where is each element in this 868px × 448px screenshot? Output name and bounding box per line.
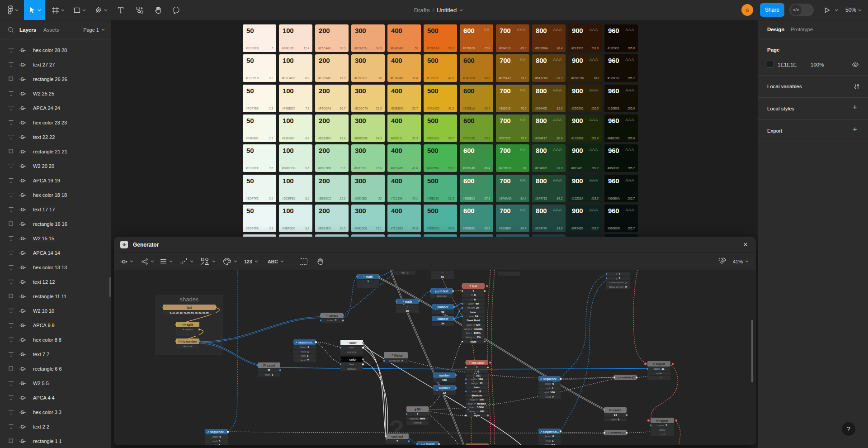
node-port[interactable] [362,347,364,349]
generator-header[interactable]: ◦G• Generator ✕ [114,237,756,253]
graph-node-sequence-bl[interactable]: ↗sequence...[start0mult1add1 [205,429,228,445]
node-header[interactable]: ↗sequence... [293,339,316,345]
node-port[interactable] [408,441,410,443]
node-header[interactable]: (x)to number [176,338,199,344]
node-port[interactable] [465,362,467,363]
node-port[interactable] [462,285,463,287]
shape-tool-button[interactable] [71,0,89,20]
share-button[interactable]: Share [760,3,784,17]
palette-swatch[interactable]: 400#6EC47B41.6 [387,144,421,172]
palette-swatch[interactable]: 300#BBDD8824.3 [351,114,385,142]
layer-row[interactable]: ◦G•text 27 27 [0,57,111,72]
palette-swatch[interactable]: 100#DBF0DD9.6 [279,144,312,172]
node-port[interactable] [340,347,342,349]
node-row[interactable]: 000000 [340,367,363,371]
node-port[interactable] [462,341,463,343]
layer-row[interactable]: ◦G•hex color 28 28 [0,43,111,57]
zoom-menu[interactable]: 50% [842,0,865,20]
node-row[interactable]: FFFFFF [340,350,363,355]
palette-swatch[interactable]: 800AAA#1F474093.8 [532,205,566,232]
generator-shapes-menu[interactable] [201,253,216,270]
generator-sequence-menu[interactable] [180,253,193,270]
palette-swatch[interactable]: 300#92D39931.6 [351,144,385,172]
node-row[interactable]: width60 [462,302,485,305]
node-row[interactable]: size12 [466,390,488,393]
local-styles-label[interactable]: Local styles [767,106,794,111]
node-row[interactable]: add100 [538,391,561,395]
node-row[interactable]: add1 [293,354,316,358]
node-port[interactable] [604,432,605,434]
node-row[interactable]: [start0 [538,434,561,438]
node-row[interactable]: Hex [340,362,363,367]
node-header[interactable]: ↗sequence... [538,376,561,381]
graph-node-sequence-4[interactable]: ↗sequence...[start0mult1add123 [538,429,561,445]
node-row[interactable]: count11 [647,367,670,371]
layer-row[interactable]: ◦G•text 17 17 [0,202,111,217]
node-row[interactable]: [start0 [205,435,228,439]
node-row[interactable]: opacity50% [406,417,429,421]
node-row[interactable]: 60 [432,310,454,314]
palette-swatch[interactable]: 600#B2881A59.7 [460,85,493,112]
flashlight-icon[interactable] [718,257,727,266]
node-row[interactable]: ]end? [293,358,316,362]
node-port[interactable] [356,276,358,277]
eye-icon[interactable] [852,62,859,68]
node-row[interactable]: Inter [462,310,485,314]
palette-swatch[interactable]: 300#EFA67638.9 [351,24,385,52]
node-port[interactable] [626,432,627,434]
node-header[interactable]: ▮fill [406,406,429,412]
palette-swatch[interactable]: 700AA#2E6B6080.8 [496,205,529,232]
node-row[interactable]: , [176,332,199,336]
palette-swatch[interactable]: 100#F9EED27.3 [279,85,312,112]
tab-layers[interactable]: Layers [19,27,36,33]
graph-node-text-values[interactable]: text0, 10, 20, 30, 40, 50, 60, 70, 80, 9… [163,305,216,315]
node-port[interactable] [175,324,177,325]
node-port[interactable] [430,290,432,292]
node-row[interactable]: align Hleft [462,323,485,326]
palette-swatch[interactable]: 100#FAE1D112.4 [279,24,312,52]
palette-swatch[interactable]: 400#E5BB4D33.7 [387,85,421,112]
graph-node-sequence-2[interactable]: ↗sequence...[start0mult1add1]end? [293,339,316,362]
chevron-down-icon[interactable] [745,260,749,262]
node-port[interactable] [455,374,457,376]
node-row[interactable]: 60 [431,275,454,279]
tab-assets[interactable]: Assets [43,27,59,33]
generator-connections-menu[interactable] [141,253,154,270]
palette-swatch[interactable]: 50#FCF5E83.2 [243,54,276,82]
breadcrumb-drafts[interactable]: Drafts [414,7,430,14]
node-port[interactable] [378,276,380,277]
palette-swatch[interactable]: 500#8EC63939.7 [424,114,457,142]
move-tool-button[interactable] [24,0,45,20]
palette-swatch[interactable]: 200#B6E2BB21.1 [315,144,349,172]
palette-swatch[interactable]: 700AA#86661376.5 [496,85,529,112]
palette-swatch[interactable]: 960AAA#060E0A105.7 [604,175,638,202]
node-port[interactable] [385,435,387,437]
node-port[interactable] [613,377,615,378]
palette-swatch[interactable]: 100#E8F4D76.8 [279,114,312,142]
node-row[interactable]: height12 [466,381,488,385]
graph-node-apca[interactable]: Tapca [466,443,489,445]
layer-row[interactable]: ◦G•hex color 3 3 [0,405,111,419]
node-port[interactable] [406,414,408,415]
node-port[interactable] [560,378,561,380]
layer-row[interactable]: ◦G•text 12 12 [0,275,111,289]
local-variables-label[interactable]: Local variables [767,84,802,89]
generator-number-menu[interactable]: 123 [244,253,258,270]
node-header[interactable]: [1]count [258,362,280,368]
node-port[interactable] [644,363,646,365]
palette-swatch[interactable]: 960AAA#060F07105.7 [604,144,638,172]
pen-tool-button[interactable] [91,0,110,20]
graph-node-to-number[interactable]: (x)to numberdecimal [176,338,199,348]
palette-swatch[interactable]: 400#A5D16132.3 [387,114,421,142]
node-port[interactable] [175,340,177,342]
palette-swatch[interactable]: 800AAA#394F1790.9 [532,114,566,142]
node-header[interactable]: text [163,305,216,310]
palette-swatch[interactable]: 500#E56B1A59.1 [424,24,457,52]
node-row[interactable]: mult1 [538,386,561,391]
palette-swatch[interactable]: 400#71C19942.1 [387,175,421,202]
generator-node-menu[interactable]: ◦G• [120,253,133,270]
palette-swatch[interactable]: 700AA#2C8D3381 [496,144,529,172]
node-header[interactable]: number [433,385,456,391]
node-row[interactable]: X0 [466,370,488,373]
node-port[interactable] [487,415,489,416]
